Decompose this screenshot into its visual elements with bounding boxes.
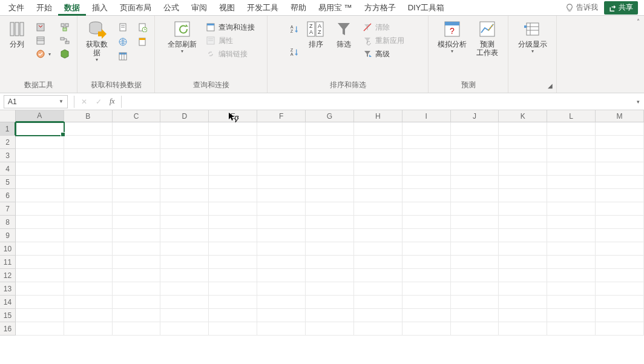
cell[interactable] [547, 216, 596, 229]
cell[interactable] [499, 216, 547, 229]
cell[interactable] [354, 189, 402, 202]
cell[interactable] [306, 202, 354, 216]
column-header[interactable]: B [64, 110, 113, 122]
from-text-csv-button[interactable] [115, 21, 131, 34]
cell[interactable] [451, 229, 499, 242]
cell[interactable] [209, 149, 257, 162]
cell[interactable] [402, 282, 451, 296]
cell[interactable] [113, 176, 161, 189]
flash-fill-button[interactable] [33, 21, 53, 34]
remove-duplicates-button[interactable] [33, 34, 53, 47]
cell[interactable] [209, 322, 257, 336]
cell[interactable] [160, 309, 209, 322]
cell[interactable] [16, 322, 64, 336]
cell[interactable] [547, 282, 596, 296]
cell[interactable] [402, 229, 451, 242]
outline-button[interactable]: 分级显示 ▾ [516, 18, 550, 55]
cell[interactable] [160, 122, 209, 136]
cell[interactable] [16, 176, 64, 189]
cell[interactable] [113, 122, 161, 136]
cell[interactable] [64, 189, 113, 202]
cell[interactable] [64, 149, 113, 162]
cell[interactable] [306, 322, 354, 336]
cell[interactable] [64, 269, 113, 282]
cell[interactable] [209, 216, 257, 229]
cell[interactable] [402, 269, 451, 282]
cell[interactable] [306, 229, 354, 242]
tab-data[interactable]: 数据 [58, 0, 86, 16]
row-header[interactable]: 1 [0, 122, 16, 136]
select-all-corner[interactable] [0, 110, 16, 122]
cell[interactable] [64, 242, 113, 256]
cell[interactable] [16, 216, 64, 229]
cell[interactable] [306, 269, 354, 282]
name-box-dropdown-icon[interactable]: ▼ [59, 99, 64, 104]
whatif-analysis-button[interactable]: ? 模拟分析 ▾ [435, 18, 469, 55]
cell[interactable] [64, 229, 113, 242]
expand-formula-bar-button[interactable]: ▾ [632, 99, 644, 105]
cell[interactable] [451, 269, 499, 282]
column-header[interactable]: D [160, 110, 209, 122]
row-header[interactable]: 12 [0, 269, 16, 282]
cell[interactable] [499, 149, 547, 162]
cell[interactable] [354, 176, 402, 189]
tab-file[interactable]: 文件 [2, 0, 30, 16]
cell[interactable] [160, 149, 209, 162]
cell[interactable] [113, 189, 161, 202]
cell[interactable] [499, 122, 547, 136]
column-header[interactable]: K [499, 110, 547, 122]
tab-review[interactable]: 审阅 [185, 0, 213, 16]
tab-home[interactable]: 开始 [30, 0, 58, 16]
cell[interactable] [257, 322, 306, 336]
cell[interactable] [354, 136, 402, 149]
cell[interactable] [113, 229, 161, 242]
cell[interactable] [499, 309, 547, 322]
cell[interactable] [209, 162, 257, 176]
cell[interactable] [354, 216, 402, 229]
cell[interactable] [354, 242, 402, 256]
cell[interactable] [160, 269, 209, 282]
cell[interactable] [16, 162, 64, 176]
cell[interactable] [257, 162, 306, 176]
cell[interactable] [499, 229, 547, 242]
cell[interactable] [547, 202, 596, 216]
tab-developer[interactable]: 开发工具 [241, 0, 284, 16]
cell[interactable] [64, 296, 113, 309]
cell[interactable] [596, 202, 644, 216]
recent-sources-button[interactable] [134, 21, 150, 34]
cell[interactable] [402, 162, 451, 176]
cell[interactable] [499, 242, 547, 256]
cell[interactable] [354, 269, 402, 282]
cell[interactable] [402, 216, 451, 229]
cell[interactable] [257, 122, 306, 136]
cell[interactable] [113, 216, 161, 229]
cell[interactable] [16, 309, 64, 322]
sort-button[interactable]: ZAAZ 排序 [304, 18, 328, 50]
cell[interactable] [402, 296, 451, 309]
cell[interactable] [16, 149, 64, 162]
cell[interactable] [402, 309, 451, 322]
cell[interactable] [402, 136, 451, 149]
cell[interactable] [547, 162, 596, 176]
column-header[interactable]: A [16, 110, 64, 122]
cell[interactable] [354, 256, 402, 269]
consolidate-button[interactable] [57, 21, 73, 34]
cell[interactable] [257, 136, 306, 149]
cell[interactable] [209, 189, 257, 202]
cell[interactable] [596, 136, 644, 149]
cell[interactable] [113, 202, 161, 216]
row-header[interactable]: 4 [0, 162, 16, 176]
cell[interactable] [209, 136, 257, 149]
text-to-columns-button[interactable]: 分列 [5, 18, 29, 50]
cell[interactable] [451, 296, 499, 309]
cell[interactable] [547, 136, 596, 149]
cell[interactable] [16, 282, 64, 296]
cell[interactable] [451, 162, 499, 176]
cell[interactable] [113, 309, 161, 322]
tab-help[interactable]: 帮助 [284, 0, 312, 16]
cell[interactable] [499, 269, 547, 282]
cell[interactable] [499, 189, 547, 202]
cell[interactable] [257, 176, 306, 189]
cell[interactable] [499, 162, 547, 176]
cell[interactable] [306, 242, 354, 256]
